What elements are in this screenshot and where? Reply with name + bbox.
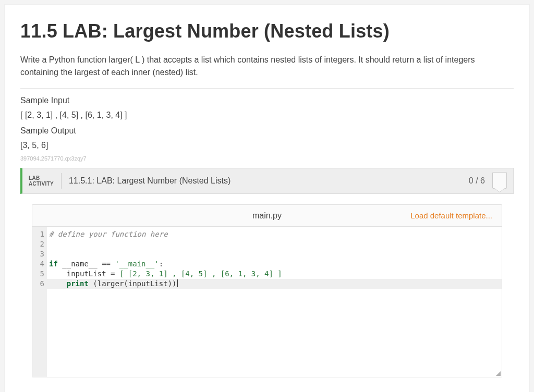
line-gutter: 1 2 3 4 5 6	[32, 227, 47, 377]
code-string: '__main__'	[111, 260, 159, 268]
code-line[interactable]	[47, 249, 502, 259]
editor-filename: main.py	[252, 211, 282, 220]
tag-line-2: ACTIVITY	[29, 181, 54, 187]
code-keyword: if	[49, 260, 58, 268]
code-ident: __name__	[58, 260, 102, 268]
lab-activity-bar: LAB ACTIVITY 11.5.1: LAB: Largest Number…	[20, 168, 514, 194]
lab-activity-title: 11.5.1: LAB: Largest Number (Nested List…	[69, 176, 469, 186]
sample-output-value: [3, 5, 6]	[20, 141, 514, 150]
line-number: 6	[32, 279, 47, 289]
reference-hash: 397094.2571770.qx3zqy7	[20, 155, 514, 162]
tag-line-1: LAB	[29, 175, 54, 181]
text-cursor	[177, 279, 178, 287]
code-line[interactable]: # define your function here	[47, 229, 502, 239]
code-op: =	[111, 270, 119, 278]
page: 11.5 LAB: Largest Number (Nested Lists) …	[4, 4, 530, 392]
code-paren: (	[124, 279, 128, 288]
code-list-literal: [ [2, 3, 1] , [4, 5] , [6, 1, 3, 4] ]	[119, 270, 282, 278]
lab-score: 0 / 6	[469, 176, 485, 186]
code-paren: (	[93, 279, 97, 288]
score-ribbon-icon[interactable]	[492, 172, 507, 189]
code-line[interactable]: inputList = [ [2, 3, 1] , [4, 5] , [6, 1…	[47, 269, 502, 279]
resize-handle-icon[interactable]	[496, 371, 501, 376]
code-comment: # define your function here	[49, 230, 168, 238]
code-line-active[interactable]: print (larger(inputList))	[47, 279, 502, 289]
code-ident: larger	[98, 279, 124, 288]
code-paren: )	[168, 279, 172, 288]
editor-body[interactable]: 1 2 3 4 5 6 # define your function here …	[32, 227, 502, 377]
vertical-divider	[61, 173, 62, 189]
code-editor: main.py Load default template... 1 2 3 4…	[32, 204, 502, 377]
sample-output-label: Sample Output	[20, 126, 514, 136]
code-ident: inputList	[128, 279, 168, 288]
load-default-template-link[interactable]: Load default template...	[410, 211, 492, 220]
line-number: 2	[32, 239, 47, 249]
code-colon: :	[159, 260, 163, 268]
editor-container: main.py Load default template... 1 2 3 4…	[20, 194, 514, 377]
code-area[interactable]: # define your function here if __name__ …	[47, 227, 502, 377]
code-indent	[49, 279, 67, 288]
code-builtin: print	[67, 279, 89, 288]
code-op: ==	[102, 260, 111, 268]
line-number: 5	[32, 269, 47, 279]
line-number: 1	[32, 229, 47, 239]
code-line[interactable]	[47, 239, 502, 249]
code-indent	[49, 270, 67, 278]
code-paren: )	[172, 279, 176, 288]
sample-input-label: Sample Input	[20, 96, 514, 105]
lab-description: Write a Python function larger( L ) that…	[20, 54, 514, 79]
lab-activity-tag: LAB ACTIVITY	[29, 175, 54, 187]
page-title: 11.5 LAB: Largest Number (Nested Lists)	[20, 20, 514, 42]
code-line[interactable]: if __name__ == '__main__':	[47, 259, 502, 269]
code-ident: inputList	[67, 270, 111, 278]
line-number: 4	[32, 259, 47, 269]
divider	[20, 88, 514, 89]
sample-input-value: [ [2, 3, 1] , [4, 5] , [6, 1, 3, 4] ]	[20, 111, 514, 120]
line-number: 3	[32, 249, 47, 259]
editor-header: main.py Load default template...	[32, 205, 502, 227]
